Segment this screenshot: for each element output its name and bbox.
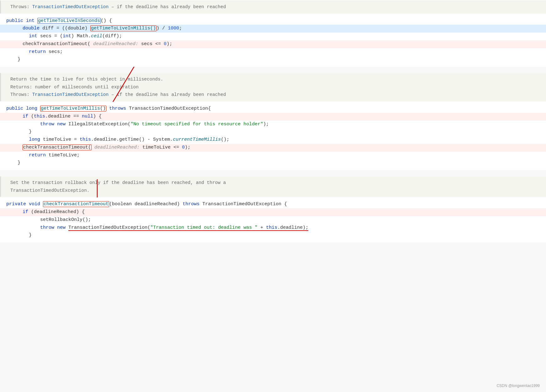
method3-set-line: setRollbackOnly(); bbox=[6, 216, 540, 224]
method1-line1: double diff = ((double) getTimeToLiveInM… bbox=[0, 25, 546, 33]
code-wrapper: Throws: TransactionTimedOutException – i… bbox=[0, 1, 546, 243]
method2-sig-line: public long getTimeToLiveInMillis() thro… bbox=[6, 105, 540, 113]
method2-return-line: return timeToLive; bbox=[6, 152, 540, 159]
doc2-line1: Return the time to live for this object … bbox=[10, 77, 163, 82]
footer: CSDN @longwentao1999 bbox=[496, 383, 540, 389]
spacer1 bbox=[0, 67, 546, 72]
method2-close: } bbox=[6, 159, 540, 167]
doc2-throws-link[interactable]: TransactionTimedOutException bbox=[32, 92, 109, 97]
doc-block-1: Throws: TransactionTimedOutException – i… bbox=[0, 1, 546, 13]
method2-if-line: if (this.deadline == null) { bbox=[0, 113, 546, 121]
doc1-throws-label: Throws: bbox=[10, 4, 29, 9]
method3-close-if: } bbox=[6, 232, 540, 239]
method2-check-line: checkTransactionTimeout( deadlineReached… bbox=[0, 144, 546, 152]
method1-line2: int secs = (int) Math.ceil(diff); bbox=[6, 33, 540, 40]
method2-area: public long getTimeToLiveInMillis() thro… bbox=[0, 102, 546, 170]
method1-line3: checkTransactionTimeout( deadlineReached… bbox=[0, 40, 546, 48]
doc1-throws-desc: – if the deadline has already been reach… bbox=[109, 4, 226, 9]
doc3-line2: TransactionTimedOutException. bbox=[10, 188, 89, 193]
doc2-throws-desc: – if the deadline has already been reach… bbox=[109, 92, 226, 97]
method3-name: checkTransactionTimeout bbox=[44, 201, 109, 207]
method2-long-line: long timeToLive = this.deadline.getTime(… bbox=[6, 136, 540, 144]
method2-close-if: } bbox=[6, 128, 540, 136]
doc1-throws-link[interactable]: TransactionTimedOutException bbox=[32, 4, 109, 9]
footer-text: CSDN @longwentao1999 bbox=[496, 384, 540, 388]
method3-sig-line: private void checkTransactionTimeout(boo… bbox=[6, 201, 540, 208]
method2-throw-line: throw new IllegalStateException("No time… bbox=[6, 121, 540, 128]
method1-line4: return secs; bbox=[6, 48, 540, 56]
method3-area: private void checkTransactionTimeout(boo… bbox=[0, 197, 546, 243]
spacer2 bbox=[0, 170, 546, 176]
doc2-throws-label: Throws: bbox=[10, 92, 29, 97]
method3-throw-line: throw new TransactionTimedOutException("… bbox=[6, 224, 540, 232]
doc2-line2: Returns: number of millseconds until exp… bbox=[10, 85, 139, 90]
method1-sig-line: public int getTimeToLiveInSeconds() { bbox=[6, 17, 540, 25]
method1-close: } bbox=[6, 56, 540, 64]
doc-block-2: Return the time to live for this object … bbox=[0, 73, 546, 101]
method3-if-line: if (deadlineReached) { bbox=[0, 208, 546, 216]
doc3-line1: Set the transaction rollback only if the… bbox=[10, 180, 226, 185]
doc-block-3: Set the transaction rollback only if the… bbox=[0, 176, 546, 197]
method1-name: getTimeToLiveInSeconds bbox=[38, 18, 100, 24]
method1-area: public int getTimeToLiveInSeconds() { do… bbox=[0, 14, 546, 67]
method2-name: getTimeToLiveInMillis bbox=[41, 106, 100, 111]
